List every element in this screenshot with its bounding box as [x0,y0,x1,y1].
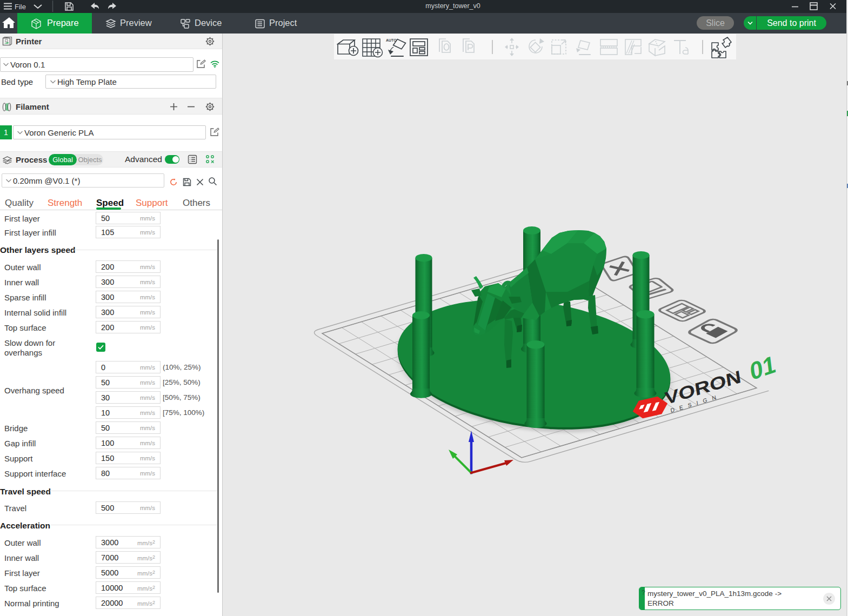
svg-text:01: 01 [749,350,777,385]
svg-text:AUTO: AUTO [386,38,397,42]
svg-text:File: File [15,3,26,11]
